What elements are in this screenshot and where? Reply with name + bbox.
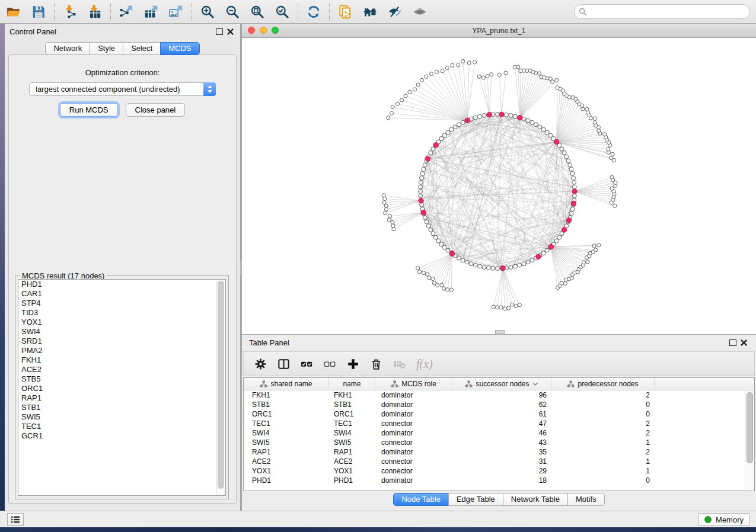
- import-table-icon[interactable]: [87, 4, 103, 20]
- mcds-result-item[interactable]: TEC1: [18, 422, 225, 431]
- mcds-result-item[interactable]: STB5: [18, 374, 225, 384]
- cell-MCDS-role: dominator: [375, 400, 452, 409]
- table-scrollbar[interactable]: [745, 390, 754, 490]
- table-row[interactable]: STB1STB1dominator620: [244, 400, 754, 409]
- toolbar-group: [337, 4, 428, 20]
- table-panel-tabs: Node TableEdge TableNetwork TableMotifs: [242, 493, 756, 506]
- network-canvas[interactable]: [242, 38, 756, 332]
- table-scrollbar-thumb[interactable]: [747, 392, 753, 463]
- export-image-icon[interactable]: [168, 4, 184, 20]
- mcds-result-item[interactable]: PHD1: [18, 280, 225, 289]
- criterion-dropdown[interactable]: largest connected component (undirected): [29, 82, 216, 96]
- tab-mcds[interactable]: MCDS: [160, 42, 199, 55]
- cell-successor-nodes: 29: [452, 467, 551, 475]
- table-row[interactable]: PHD1PHD1dominator180: [244, 476, 754, 485]
- table-row[interactable]: ACE2ACE2connector311: [244, 457, 754, 466]
- maximize-window-icon[interactable]: [272, 27, 279, 34]
- sitemap-icon: [567, 380, 575, 387]
- close-panel-icon[interactable]: [225, 26, 235, 37]
- cell-name: ACE2: [329, 457, 375, 466]
- table-row[interactable]: SWI4SWI4dominator462: [244, 428, 754, 438]
- task-history-button[interactable]: [7, 513, 24, 526]
- table-row[interactable]: RAP1RAP1dominator352: [244, 447, 754, 457]
- table-row[interactable]: TEC1TEC1connector472: [244, 419, 754, 428]
- float-panel-icon[interactable]: [214, 26, 225, 37]
- mcds-result-item[interactable]: TID3: [18, 308, 225, 318]
- cell-MCDS-role: dominator: [375, 448, 452, 456]
- select-all-icon[interactable]: [299, 357, 314, 371]
- node-table[interactable]: shared namenameMCDS rolesuccessor nodesp…: [243, 377, 755, 491]
- houses-icon[interactable]: [362, 4, 378, 20]
- mcds-result-list[interactable]: PHD1CAR1STP4TID3YOX1SWI4SRD1PMA2FKH1ACE2…: [18, 279, 226, 496]
- close-panel-button[interactable]: Close panel: [126, 103, 186, 117]
- clear-table-icon[interactable]: [392, 357, 406, 371]
- settings-gear-icon[interactable]: [253, 357, 267, 371]
- mcds-result-item[interactable]: SWI5: [18, 412, 225, 422]
- mcds-result-item[interactable]: YOX1: [18, 318, 225, 327]
- table-row[interactable]: SWI5SWI5connector431: [244, 438, 754, 447]
- zoom-fit-icon[interactable]: [250, 4, 265, 20]
- toolbar-separator: [192, 4, 192, 20]
- mcds-result-item[interactable]: GCR1: [18, 431, 225, 441]
- mcds-buttons-row: Run MCDS Close panel: [9, 103, 236, 117]
- column-header-successor-nodes[interactable]: successor nodes: [452, 378, 551, 390]
- import-network-icon[interactable]: [62, 4, 78, 20]
- search-box[interactable]: [574, 4, 750, 19]
- search-input[interactable]: [589, 7, 745, 17]
- horizontal-splitter-grip[interactable]: [495, 330, 505, 334]
- table-tab-network-table[interactable]: Network Table: [503, 493, 568, 506]
- unselect-all-icon[interactable]: [323, 357, 337, 371]
- table-tab-motifs[interactable]: Motifs: [567, 493, 605, 506]
- tab-network[interactable]: Network: [45, 42, 90, 55]
- memory-button-label: Memory: [716, 515, 744, 524]
- mcds-result-item[interactable]: RAP1: [18, 393, 225, 403]
- zoom-in-icon[interactable]: [200, 4, 215, 20]
- mcds-result-item[interactable]: CAR1: [18, 289, 225, 299]
- zoom-selected-icon[interactable]: [275, 4, 290, 20]
- network-window-titlebar[interactable]: YPA_prune.txt_1: [242, 24, 756, 38]
- table-row[interactable]: YOX1YOX1connector291: [244, 466, 754, 476]
- column-header-predecessor-nodes[interactable]: predecessor nodes: [551, 378, 655, 390]
- column-header-MCDS-role[interactable]: MCDS role: [375, 378, 452, 390]
- mcds-result-item[interactable]: PMA2: [18, 346, 225, 355]
- refresh-icon[interactable]: [306, 4, 321, 20]
- share-document-icon[interactable]: [337, 4, 353, 20]
- open-folder-icon[interactable]: [6, 4, 21, 20]
- mcds-result-item[interactable]: STP4: [18, 299, 225, 308]
- vizmapper-icon[interactable]: [387, 4, 403, 20]
- zoom-out-icon[interactable]: [225, 4, 240, 20]
- float-table-panel-icon[interactable]: [728, 337, 738, 348]
- mcds-list-scrollbar[interactable]: [216, 280, 225, 495]
- columns-icon[interactable]: [276, 357, 291, 371]
- mcds-result-item[interactable]: ACE2: [18, 365, 225, 374]
- save-icon[interactable]: [31, 4, 46, 20]
- mcds-result-item[interactable]: SRD1: [18, 336, 225, 346]
- column-header-shared-name[interactable]: shared name: [244, 378, 329, 390]
- tab-select[interactable]: Select: [123, 42, 161, 55]
- add-column-icon[interactable]: [346, 357, 360, 371]
- table-tab-node-table[interactable]: Node Table: [393, 493, 449, 506]
- search-icon: [579, 8, 586, 15]
- export-network-icon[interactable]: [119, 4, 134, 20]
- mcds-result-item[interactable]: STB1: [18, 403, 225, 412]
- minimize-window-icon[interactable]: [260, 27, 267, 34]
- table-row[interactable]: FKH1FKH1dominator962: [244, 390, 754, 400]
- mcds-result-item[interactable]: SWI4: [18, 327, 225, 336]
- memory-button[interactable]: Memory: [698, 513, 750, 526]
- close-table-panel-icon[interactable]: [738, 337, 749, 348]
- eye-icon[interactable]: [412, 4, 428, 20]
- column-header-name[interactable]: name: [329, 378, 375, 390]
- table-panel-title: Table Panel: [249, 338, 728, 347]
- close-window-icon[interactable]: [248, 27, 255, 34]
- toolbar-icon-groups: [6, 4, 428, 20]
- fx-formula-icon[interactable]: f(x): [416, 357, 433, 371]
- cell-MCDS-role: connector: [375, 457, 452, 466]
- run-mcds-button[interactable]: Run MCDS: [60, 103, 118, 117]
- mcds-result-item[interactable]: ORC1: [18, 384, 225, 393]
- export-table-icon[interactable]: [143, 4, 159, 20]
- tab-style[interactable]: Style: [90, 42, 123, 55]
- mcds-result-item[interactable]: FKH1: [18, 355, 225, 365]
- delete-column-icon[interactable]: [369, 357, 383, 371]
- table-row[interactable]: ORC1ORC1dominator610: [244, 409, 754, 419]
- table-tab-edge-table[interactable]: Edge Table: [448, 493, 503, 506]
